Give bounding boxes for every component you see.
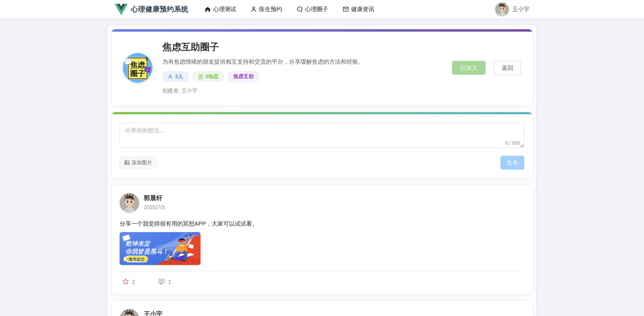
circle-card-accent-strip xyxy=(112,29,532,32)
back-button[interactable]: 返回 xyxy=(494,60,521,75)
post-author-avatar xyxy=(120,193,139,213)
app-root: 心理健康预约系统 心理测试 医生预约 xyxy=(0,0,644,316)
circle-badges: 2人 2动态 焦虑互助 xyxy=(162,72,442,82)
home-icon xyxy=(204,6,211,13)
post-date: 2025/7/3 xyxy=(144,204,165,210)
circle-description: 为有焦虑情绪的朋友提供相互支持和交流的平台，分享缓解焦虑的方法和经验。 xyxy=(162,58,442,66)
nav-user-menu[interactable]: 王小宇 xyxy=(495,2,530,16)
nav-item-doctor-booking[interactable]: 医生预约 xyxy=(250,6,282,13)
composer-accent-strip xyxy=(112,112,532,114)
star-icon xyxy=(122,278,129,285)
mail-icon xyxy=(342,6,349,13)
nav-item-tests[interactable]: 心理测试 xyxy=(204,6,236,13)
nav-user-name: 王小宇 xyxy=(512,6,530,13)
add-image-button[interactable]: 添加图片 xyxy=(120,157,157,168)
comment-icon xyxy=(158,278,165,285)
post-author-name: 王小宇 xyxy=(144,309,165,316)
post-composer-card: 0 / 500 添加图片 发布 xyxy=(112,112,532,178)
comment-button[interactable]: 1 xyxy=(156,278,174,286)
post-author-avatar xyxy=(120,309,139,316)
document-icon xyxy=(198,74,203,79)
share-thought-input[interactable] xyxy=(120,122,524,148)
post-content: 分享一个我觉得很有用的冥想APP，大家可以试试看。 xyxy=(120,220,524,228)
post-author-name: 郭晨轩 xyxy=(144,193,165,202)
brand[interactable]: 心理健康预约系统 xyxy=(114,4,188,15)
circle-tag-badge: 焦虑互助 xyxy=(228,72,259,82)
nav-item-label: 心理圈子 xyxy=(305,6,328,13)
nav-item-label: 心理测试 xyxy=(213,6,236,13)
post-card: 郭晨轩 2025/7/3 分享一个我觉得很有用的冥想APP，大家可以试试看。 xyxy=(112,185,532,294)
circle-title: 焦虑互助圈子 xyxy=(162,41,442,54)
banner-text-line1: 乾坤未定 xyxy=(126,240,151,247)
nav-item-label: 健康资讯 xyxy=(351,6,374,13)
nav-item-circles[interactable]: 心理圈子 xyxy=(296,6,328,13)
nav-item-health-news[interactable]: 健康资讯 xyxy=(342,6,374,13)
publish-button[interactable]: 发布 xyxy=(500,156,524,170)
chat-icon xyxy=(296,6,303,13)
banner-badge: 逢考必过 xyxy=(129,257,144,262)
post-attached-image[interactable]: 乾坤未定 你我皆是黑马！ 逢考必过 xyxy=(120,232,201,265)
nav-menu: 心理测试 医生预约 心理圈子 xyxy=(204,6,374,13)
like-count: 2 xyxy=(132,278,135,285)
creator-line: 创建者: 王小宇 xyxy=(162,87,442,94)
user-avatar xyxy=(495,2,509,16)
user-icon xyxy=(250,6,257,13)
circle-avatar-text-1: 焦虑 xyxy=(130,60,145,69)
circle-avatar-text-2: 圈子 xyxy=(130,69,145,77)
like-button[interactable]: 2 xyxy=(120,278,138,286)
posts-count-badge: 2动态 xyxy=(192,72,224,82)
image-icon xyxy=(124,160,130,166)
post-footer: 2 1 xyxy=(120,272,524,288)
vue-logo-icon xyxy=(114,4,128,15)
comment-count: 1 xyxy=(168,278,171,285)
people-icon xyxy=(168,74,173,79)
post-card: 王小宇 2025/7/2 最近感觉压力很大，有什么好的放松方法吗？ xyxy=(112,301,532,316)
page-container: 焦虑 圈子 焦虑互助圈子 为有焦虑情绪的朋友提供相互支持和交流的平台，分享缓解焦… xyxy=(108,26,536,316)
nav-item-label: 医生预约 xyxy=(259,6,282,13)
brand-name: 心理健康预约系统 xyxy=(131,4,188,14)
circle-avatar: 焦虑 圈子 xyxy=(123,53,152,82)
joined-button[interactable]: 已加入 xyxy=(452,60,486,75)
banner-text-line2: 你我皆是黑马！ xyxy=(126,248,168,255)
circle-actions: 已加入 返回 xyxy=(452,60,521,75)
members-badge: 2人 xyxy=(162,72,188,82)
circle-header-card: 焦虑 圈子 焦虑互助圈子 为有焦虑情绪的朋友提供相互支持和交流的平台，分享缓解焦… xyxy=(112,29,532,105)
top-navbar: 心理健康预约系统 心理测试 医生预约 xyxy=(0,0,644,18)
